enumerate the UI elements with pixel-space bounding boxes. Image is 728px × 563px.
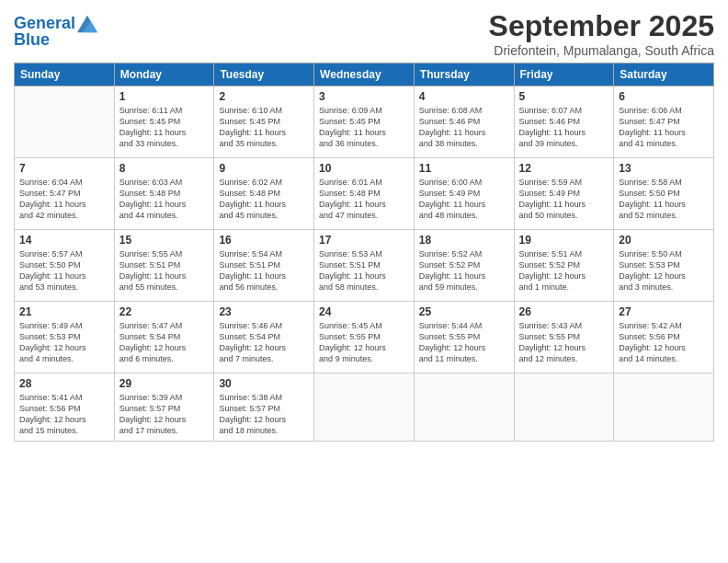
day-number: 23 xyxy=(219,305,309,318)
month-title: September 2025 xyxy=(489,9,714,43)
day-number: 12 xyxy=(519,162,609,175)
day-number: 27 xyxy=(619,305,709,318)
cell-info: Sunrise: 5:47 AMSunset: 5:54 PMDaylight:… xyxy=(119,320,210,365)
logo-icon xyxy=(77,14,97,34)
calendar-cell: 16Sunrise: 5:54 AMSunset: 5:51 PMDayligh… xyxy=(214,230,314,302)
calendar-cell: 3Sunrise: 6:09 AMSunset: 5:45 PMDaylight… xyxy=(314,86,415,158)
calendar-cell: 29Sunrise: 5:39 AMSunset: 5:57 PMDayligh… xyxy=(114,373,214,442)
calendar-cell xyxy=(15,86,115,158)
cell-info: Sunrise: 6:00 AMSunset: 5:49 PMDaylight:… xyxy=(419,177,509,222)
calendar-cell: 1Sunrise: 6:11 AMSunset: 5:45 PMDaylight… xyxy=(114,86,214,158)
day-number: 18 xyxy=(419,234,509,247)
calendar-cell xyxy=(614,373,714,442)
day-number: 3 xyxy=(319,90,409,103)
calendar-cell xyxy=(514,373,614,442)
calendar-cell: 11Sunrise: 6:00 AMSunset: 5:49 PMDayligh… xyxy=(414,158,514,230)
week-row-1: 1Sunrise: 6:11 AMSunset: 5:45 PMDaylight… xyxy=(15,86,714,158)
day-number: 10 xyxy=(319,162,409,175)
calendar-cell: 15Sunrise: 5:55 AMSunset: 5:51 PMDayligh… xyxy=(114,230,214,302)
cell-info: Sunrise: 5:54 AMSunset: 5:51 PMDaylight:… xyxy=(219,248,309,293)
cell-info: Sunrise: 5:50 AMSunset: 5:53 PMDaylight:… xyxy=(619,248,709,293)
cell-info: Sunrise: 5:42 AMSunset: 5:56 PMDaylight:… xyxy=(619,320,709,365)
weekday-header-monday: Monday xyxy=(114,63,214,86)
cell-info: Sunrise: 6:03 AMSunset: 5:48 PMDaylight:… xyxy=(119,177,210,222)
calendar-cell: 8Sunrise: 6:03 AMSunset: 5:48 PMDaylight… xyxy=(114,158,214,230)
calendar-cell: 12Sunrise: 5:59 AMSunset: 5:49 PMDayligh… xyxy=(514,158,614,230)
calendar-cell: 6Sunrise: 6:06 AMSunset: 5:47 PMDaylight… xyxy=(614,86,714,158)
day-number: 6 xyxy=(619,90,709,103)
cell-info: Sunrise: 5:58 AMSunset: 5:50 PMDaylight:… xyxy=(619,177,709,222)
calendar-cell: 5Sunrise: 6:07 AMSunset: 5:46 PMDaylight… xyxy=(514,86,614,158)
cell-info: Sunrise: 6:07 AMSunset: 5:46 PMDaylight:… xyxy=(519,105,609,150)
weekday-header-friday: Friday xyxy=(514,63,614,86)
cell-info: Sunrise: 6:08 AMSunset: 5:46 PMDaylight:… xyxy=(419,105,509,150)
cell-info: Sunrise: 6:04 AMSunset: 5:47 PMDaylight:… xyxy=(19,177,109,222)
day-number: 13 xyxy=(619,162,709,175)
calendar-cell: 10Sunrise: 6:01 AMSunset: 5:48 PMDayligh… xyxy=(314,158,415,230)
cell-info: Sunrise: 5:52 AMSunset: 5:52 PMDaylight:… xyxy=(419,248,509,293)
weekday-header-wednesday: Wednesday xyxy=(314,63,415,86)
day-number: 20 xyxy=(619,234,709,247)
day-number: 1 xyxy=(119,90,210,103)
cell-info: Sunrise: 5:59 AMSunset: 5:49 PMDaylight:… xyxy=(519,177,609,222)
cell-info: Sunrise: 5:57 AMSunset: 5:50 PMDaylight:… xyxy=(19,248,109,293)
day-number: 5 xyxy=(519,90,609,103)
cell-info: Sunrise: 5:51 AMSunset: 5:52 PMDaylight:… xyxy=(519,248,609,293)
page-container: General Blue September 2025 Driefontein,… xyxy=(0,0,728,451)
location-subtitle: Driefontein, Mpumalanga, South Africa xyxy=(489,43,714,58)
day-number: 15 xyxy=(119,234,210,247)
week-row-4: 21Sunrise: 5:49 AMSunset: 5:53 PMDayligh… xyxy=(15,302,714,373)
cell-info: Sunrise: 6:01 AMSunset: 5:48 PMDaylight:… xyxy=(319,177,409,222)
weekday-header-sunday: Sunday xyxy=(15,63,115,86)
calendar-cell: 14Sunrise: 5:57 AMSunset: 5:50 PMDayligh… xyxy=(15,230,115,302)
calendar-cell: 9Sunrise: 6:02 AMSunset: 5:48 PMDaylight… xyxy=(214,158,314,230)
calendar-cell: 25Sunrise: 5:44 AMSunset: 5:55 PMDayligh… xyxy=(414,302,514,373)
day-number: 25 xyxy=(419,305,509,318)
calendar-cell xyxy=(414,373,514,442)
day-number: 7 xyxy=(19,162,109,175)
week-row-5: 28Sunrise: 5:41 AMSunset: 5:56 PMDayligh… xyxy=(15,373,714,442)
calendar-cell: 22Sunrise: 5:47 AMSunset: 5:54 PMDayligh… xyxy=(114,302,214,373)
cell-info: Sunrise: 5:41 AMSunset: 5:56 PMDaylight:… xyxy=(19,392,109,437)
header: General Blue September 2025 Driefontein,… xyxy=(14,9,714,58)
calendar-cell: 19Sunrise: 5:51 AMSunset: 5:52 PMDayligh… xyxy=(514,230,614,302)
day-number: 2 xyxy=(219,90,309,103)
cell-info: Sunrise: 5:44 AMSunset: 5:55 PMDaylight:… xyxy=(419,320,509,365)
day-number: 16 xyxy=(219,234,309,247)
calendar-cell: 30Sunrise: 5:38 AMSunset: 5:57 PMDayligh… xyxy=(214,373,314,442)
calendar-cell: 21Sunrise: 5:49 AMSunset: 5:53 PMDayligh… xyxy=(15,302,115,373)
calendar-cell: 20Sunrise: 5:50 AMSunset: 5:53 PMDayligh… xyxy=(614,230,714,302)
calendar-cell: 23Sunrise: 5:46 AMSunset: 5:54 PMDayligh… xyxy=(214,302,314,373)
weekday-header-thursday: Thursday xyxy=(414,63,514,86)
cell-info: Sunrise: 5:53 AMSunset: 5:51 PMDaylight:… xyxy=(319,248,409,293)
day-number: 4 xyxy=(419,90,509,103)
cell-info: Sunrise: 6:02 AMSunset: 5:48 PMDaylight:… xyxy=(219,177,309,222)
calendar-cell: 26Sunrise: 5:43 AMSunset: 5:55 PMDayligh… xyxy=(514,302,614,373)
day-number: 30 xyxy=(219,377,309,390)
day-number: 21 xyxy=(19,305,109,318)
day-number: 24 xyxy=(319,305,409,318)
weekday-header-saturday: Saturday xyxy=(614,63,714,86)
calendar-cell: 24Sunrise: 5:45 AMSunset: 5:55 PMDayligh… xyxy=(314,302,415,373)
cell-info: Sunrise: 5:38 AMSunset: 5:57 PMDaylight:… xyxy=(219,392,309,437)
cell-info: Sunrise: 6:10 AMSunset: 5:45 PMDaylight:… xyxy=(219,105,309,150)
calendar-cell: 13Sunrise: 5:58 AMSunset: 5:50 PMDayligh… xyxy=(614,158,714,230)
cell-info: Sunrise: 6:11 AMSunset: 5:45 PMDaylight:… xyxy=(119,105,210,150)
header-row: SundayMondayTuesdayWednesdayThursdayFrid… xyxy=(15,63,714,86)
cell-info: Sunrise: 5:43 AMSunset: 5:55 PMDaylight:… xyxy=(519,320,609,365)
cell-info: Sunrise: 5:55 AMSunset: 5:51 PMDaylight:… xyxy=(119,248,210,293)
weekday-header-tuesday: Tuesday xyxy=(214,63,314,86)
week-row-3: 14Sunrise: 5:57 AMSunset: 5:50 PMDayligh… xyxy=(15,230,714,302)
calendar-cell: 28Sunrise: 5:41 AMSunset: 5:56 PMDayligh… xyxy=(15,373,115,442)
cell-info: Sunrise: 5:49 AMSunset: 5:53 PMDaylight:… xyxy=(19,320,109,365)
cell-info: Sunrise: 6:06 AMSunset: 5:47 PMDaylight:… xyxy=(619,105,709,150)
calendar-table: SundayMondayTuesdayWednesdayThursdayFrid… xyxy=(14,63,714,442)
day-number: 14 xyxy=(19,234,109,247)
calendar-cell: 27Sunrise: 5:42 AMSunset: 5:56 PMDayligh… xyxy=(614,302,714,373)
calendar-cell: 7Sunrise: 6:04 AMSunset: 5:47 PMDaylight… xyxy=(15,158,115,230)
calendar-cell: 2Sunrise: 6:10 AMSunset: 5:45 PMDaylight… xyxy=(214,86,314,158)
day-number: 26 xyxy=(519,305,609,318)
cell-info: Sunrise: 5:45 AMSunset: 5:55 PMDaylight:… xyxy=(319,320,409,365)
week-row-2: 7Sunrise: 6:04 AMSunset: 5:47 PMDaylight… xyxy=(15,158,714,230)
cell-info: Sunrise: 5:46 AMSunset: 5:54 PMDaylight:… xyxy=(219,320,309,365)
